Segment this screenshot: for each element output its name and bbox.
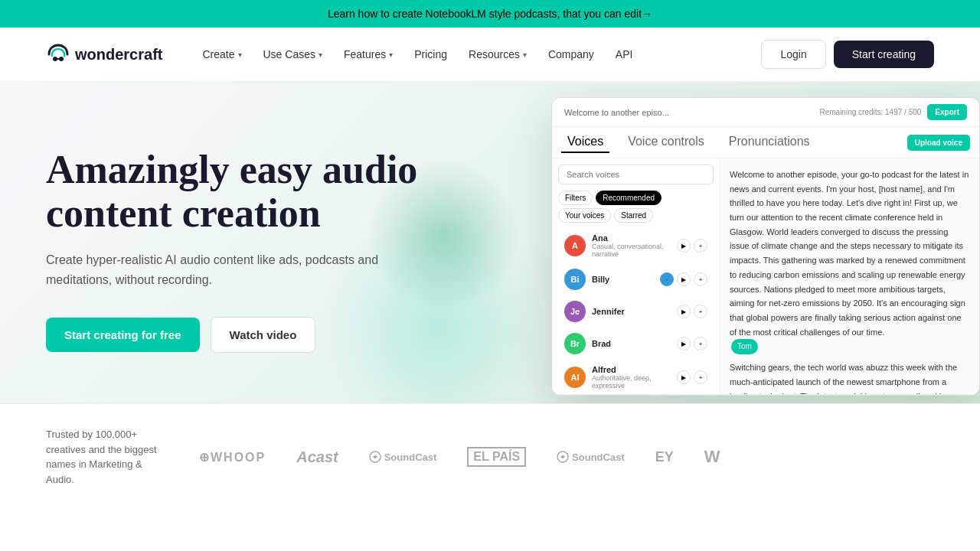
brand-soundcast: SoundCast [369,451,437,463]
brand-whoop: ⊕WHOOP [199,450,266,465]
hero-content: Amazingly easy audio content creation Cr… [46,148,534,354]
chevron-down-icon: ▾ [238,51,242,59]
voice-search-input[interactable] [558,165,714,184]
chevron-down-icon: ▾ [523,51,527,59]
voice-play-btn[interactable]: ▶ [677,272,691,286]
voice-avatar-alfred: Al [564,367,586,388]
voice-item-ana[interactable]: A Ana Casual, conversational, narrative … [558,229,714,262]
nav-actions: Login Start creating [761,40,934,69]
credits-text: Remaining credits: 1497 / 500 [819,108,921,116]
trusted-text: Trusted by 100,000+ creatives and the bi… [46,427,168,487]
mockup-header: Welcome to another episo... Remaining cr… [552,98,979,127]
voice-item-jennifer[interactable]: Je Jennifer ▶ + [558,296,714,327]
start-creating-free-button[interactable]: Start creating for free [46,318,200,352]
filter-btn-starred[interactable]: Starred [614,208,653,223]
nav-item-create[interactable]: Create ▾ [193,42,250,67]
logo-text: wondercraft [75,46,162,64]
brand-ey: EY [655,449,674,465]
logo-icon [46,42,70,67]
trusted-section: Trusted by 100,000+ creatives and the bi… [0,403,980,510]
watch-video-button[interactable]: Watch video [211,317,316,353]
logo[interactable]: wondercraft [46,42,162,67]
navbar: wondercraft Create ▾ Use Cases ▾ Feature… [0,28,980,82]
hero-visual: Welcome to another episo... Remaining cr… [551,97,980,403]
content-panel: Welcome to another episode, your go-to p… [720,158,979,394]
voice-play-btn[interactable]: ▶ [677,337,691,350]
voice-play-btn[interactable]: ▶ [677,239,691,253]
voice-item-billy[interactable]: Bi Billy · ▶ + [558,264,714,295]
nav-item-company[interactable]: Company [539,42,603,67]
banner-text: Learn how to create NotebookLM style pod… [328,8,652,20]
voice-avatar-ana: A [564,235,586,256]
app-mockup: Welcome to another episo... Remaining cr… [551,97,980,396]
mockup-body: Filters Recommended Your voices Starred … [552,158,979,394]
hero-buttons: Start creating for free Watch video [46,317,534,353]
timeline-section: ⏮ ⏪ ▶ ⏩ ⏭ 00:05 / 0:00 Camila Voice 1 [552,394,979,396]
voice-item-alfred[interactable]: Al Alfred Authoritative, deep, expressiv… [558,360,714,394]
brand-elpais: EL PAÍS [467,447,526,467]
voice-filters: Filters Recommended Your voices Starred [558,191,714,223]
filter-btn-filters[interactable]: Filters [558,191,593,205]
nav-item-resources[interactable]: Resources ▾ [459,42,536,67]
voice-play-btn[interactable]: ▶ [677,370,691,384]
voice-add-btn[interactable]: + [694,272,707,286]
nav-item-api[interactable]: API [606,42,642,67]
bottom-section: What do you want to create today? Create… [0,510,980,551]
login-button[interactable]: Login [761,40,825,69]
filter-btn-your-voices[interactable]: Your voices [558,208,611,223]
bottom-left: What do you want to create today? [46,548,446,551]
export-button[interactable]: Export [927,104,967,120]
tab-voice-controls[interactable]: Voice controls [622,132,710,153]
hero-subtitle: Create hyper-realistic AI audio content … [46,250,444,289]
top-banner[interactable]: Learn how to create NotebookLM style pod… [0,0,980,28]
bottom-right: Create ads, podcasts, meditations - any … [446,548,934,551]
speaker-tom-bubble: Tom [731,339,758,354]
voice-add-btn[interactable]: + [694,305,707,318]
voice-add-btn[interactable]: + [694,239,707,253]
mockup-tabs: Voices Voice controls Pronunciations Upl… [552,127,979,158]
voice-add-btn[interactable]: + [694,337,707,350]
nav-item-pricing[interactable]: Pricing [405,42,456,67]
content-text: Welcome to another episode, your go-to p… [730,168,970,339]
brand-w: W [704,447,720,467]
tab-voices[interactable]: Voices [561,132,609,153]
voice-add-btn[interactable]: + [694,370,707,384]
start-creating-button[interactable]: Start creating [834,41,934,68]
trusted-logos: ⊕WHOOP Acast SoundCast EL PAÍS SoundCast… [199,447,720,467]
voice-avatar-billy: Bi [564,269,586,290]
brand-soundcast2: SoundCast [557,451,625,463]
mockup-title: Welcome to another episo... [564,108,669,117]
bottom-title: What do you want to create today? [46,548,446,551]
voices-panel: Filters Recommended Your voices Starred … [552,158,720,394]
hero-section: Amazingly easy audio content creation Cr… [0,82,980,403]
content-text2: Switching gears, the tech world was abuz… [730,360,970,394]
brand-acast: Acast [296,448,338,466]
chevron-down-icon: ▾ [318,51,322,59]
hero-title: Amazingly easy audio content creation [46,148,534,235]
nav-item-usecases[interactable]: Use Cases ▾ [254,42,332,67]
upload-voice-button[interactable]: Upload voice [907,135,970,151]
filter-btn-recommended[interactable]: Recommended [596,191,662,205]
tab-pronunciations[interactable]: Pronunciations [723,132,816,153]
nav-item-features[interactable]: Features ▾ [335,42,402,67]
voice-play-btn[interactable]: ▶ [677,305,691,318]
chevron-down-icon: ▾ [389,51,393,59]
voice-avatar-brad: Br [564,333,586,354]
voice-indicator: · [660,272,674,286]
voice-item-brad[interactable]: Br Brad ▶ + [558,328,714,359]
nav-links: Create ▾ Use Cases ▾ Features ▾ Pricing … [193,42,755,67]
voice-avatar-jennifer: Je [564,301,586,322]
